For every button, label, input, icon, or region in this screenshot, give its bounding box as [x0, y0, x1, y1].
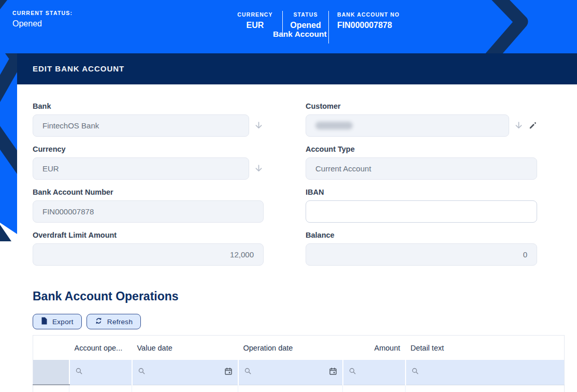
- overdraft-limit-amount-label: Overdraft Limit Amount: [33, 231, 264, 239]
- section-heading-bank-account-operations: Bank Account Operations: [33, 289, 577, 303]
- current-status-block: CURRENT STATUS: Opened: [12, 10, 73, 28]
- entity-name: Bank Account: [273, 30, 327, 39]
- bank-account-number-value: FIN000007878: [42, 207, 94, 216]
- column-header-operation-date[interactable]: Operation date: [238, 336, 343, 360]
- filter-cell-amount[interactable]: [343, 360, 406, 385]
- chevron-right-decoration: [484, 0, 536, 53]
- stat-bank-account-no-value: FIN000007878: [337, 21, 400, 30]
- bank-account-number-label: Bank Account Number: [33, 188, 264, 196]
- form-row-4: Overdraft Limit Amount 12,000 Balance 0: [33, 231, 577, 266]
- field-bank: Bank FintechOS Bank: [33, 102, 264, 137]
- refresh-icon: [95, 317, 103, 326]
- iban-label: IBAN: [306, 188, 537, 196]
- bank-account-operations-table: Account ope... Value date Operation date…: [33, 335, 565, 392]
- redacted-customer-name: [315, 122, 353, 129]
- header-banner: CURRENT STATUS: Opened CURRENCY EUR STAT…: [0, 0, 577, 53]
- stat-currency-value: EUR: [228, 21, 282, 30]
- edit-pencil-icon[interactable]: [528, 121, 537, 130]
- overdraft-limit-amount-input[interactable]: 12,000: [33, 243, 264, 266]
- stat-bank-account-no: BANK ACCOUNT NO FIN000007878: [329, 11, 400, 33]
- field-overdraft-limit-amount: Overdraft Limit Amount 12,000: [33, 231, 264, 266]
- table-filter-row: [33, 360, 565, 385]
- dropdown-arrow-icon[interactable]: [254, 164, 264, 173]
- bank-label: Bank: [33, 102, 264, 110]
- page-title: EDIT BANK ACCOUNT: [33, 64, 124, 73]
- dropdown-arrow-icon[interactable]: [514, 121, 524, 130]
- refresh-button[interactable]: Refresh: [86, 314, 141, 329]
- stat-status-label: STATUS: [283, 11, 328, 18]
- export-document-icon: [41, 317, 48, 326]
- filter-cell-operation-date[interactable]: [238, 360, 343, 385]
- column-header-value-date[interactable]: Value date: [132, 336, 238, 360]
- form-row-1: Bank FintechOS Bank Customer: [33, 102, 577, 137]
- calendar-icon[interactable]: [329, 367, 337, 378]
- refresh-button-label: Refresh: [107, 318, 133, 326]
- form-row-3: Bank Account Number FIN000007878 IBAN: [33, 188, 577, 223]
- corner-notch-decoration: [0, 0, 9, 10]
- field-currency: Currency EUR: [33, 145, 264, 180]
- customer-label: Customer: [306, 102, 537, 110]
- bank-value: FintechOS Bank: [42, 121, 99, 130]
- stat-currency-label: CURRENCY: [228, 11, 282, 18]
- currency-input[interactable]: EUR: [33, 157, 249, 180]
- search-icon[interactable]: [411, 367, 419, 377]
- iban-input[interactable]: [306, 200, 537, 223]
- field-iban: IBAN: [306, 188, 537, 223]
- filter-cell-value-date[interactable]: [132, 360, 238, 385]
- dropdown-arrow-icon[interactable]: [254, 121, 264, 130]
- title-bar: EDIT BANK ACCOUNT: [17, 53, 577, 84]
- overdraft-limit-amount-value: 12,000: [230, 250, 254, 259]
- balance-input[interactable]: 0: [306, 243, 537, 266]
- bank-input[interactable]: FintechOS Bank: [33, 114, 249, 137]
- search-icon[interactable]: [244, 367, 252, 377]
- main-content: Bank FintechOS Bank Customer: [17, 84, 577, 392]
- filter-cell-detail-text[interactable]: [406, 360, 565, 385]
- search-icon[interactable]: [349, 367, 356, 377]
- export-button[interactable]: Export: [33, 314, 82, 329]
- search-icon[interactable]: [75, 367, 83, 377]
- export-button-label: Export: [52, 318, 74, 326]
- bank-account-number-input[interactable]: FIN000007878: [33, 200, 264, 223]
- column-header-detail-text[interactable]: Detail text: [406, 336, 565, 360]
- filter-cell-select[interactable]: [33, 360, 69, 385]
- table-header-row: Account ope... Value date Operation date…: [33, 336, 565, 360]
- balance-label: Balance: [306, 231, 537, 239]
- account-type-input[interactable]: Current Account: [306, 157, 537, 180]
- stat-bank-account-no-label: BANK ACCOUNT NO: [337, 11, 400, 18]
- column-header-amount[interactable]: Amount: [343, 336, 406, 360]
- column-header-select: [33, 336, 69, 360]
- field-balance: Balance 0: [306, 231, 537, 266]
- stat-status-value: Opened: [283, 21, 328, 30]
- account-type-label: Account Type: [306, 145, 537, 153]
- field-account-type: Account Type Current Account: [306, 145, 537, 180]
- calendar-icon[interactable]: [224, 367, 233, 378]
- account-type-value: Current Account: [315, 164, 371, 173]
- current-status-label: CURRENT STATUS:: [12, 10, 73, 16]
- table-empty-row: [33, 385, 565, 392]
- page: CURRENT STATUS: Opened CURRENCY EUR STAT…: [0, 0, 577, 392]
- form-row-2: Currency EUR Account Type Current Accoun…: [33, 145, 577, 180]
- currency-value: EUR: [42, 164, 59, 173]
- filter-cell-account-operation[interactable]: [69, 360, 132, 385]
- operations-toolbar: Export Refresh: [33, 314, 577, 329]
- current-status-value: Opened: [12, 19, 73, 28]
- customer-input[interactable]: [306, 114, 509, 137]
- column-header-account-operation[interactable]: Account ope...: [69, 336, 132, 360]
- currency-label: Currency: [33, 145, 264, 153]
- search-icon[interactable]: [138, 367, 146, 377]
- field-bank-account-number: Bank Account Number FIN000007878: [33, 188, 264, 223]
- balance-value: 0: [523, 250, 527, 259]
- field-customer: Customer: [306, 102, 537, 137]
